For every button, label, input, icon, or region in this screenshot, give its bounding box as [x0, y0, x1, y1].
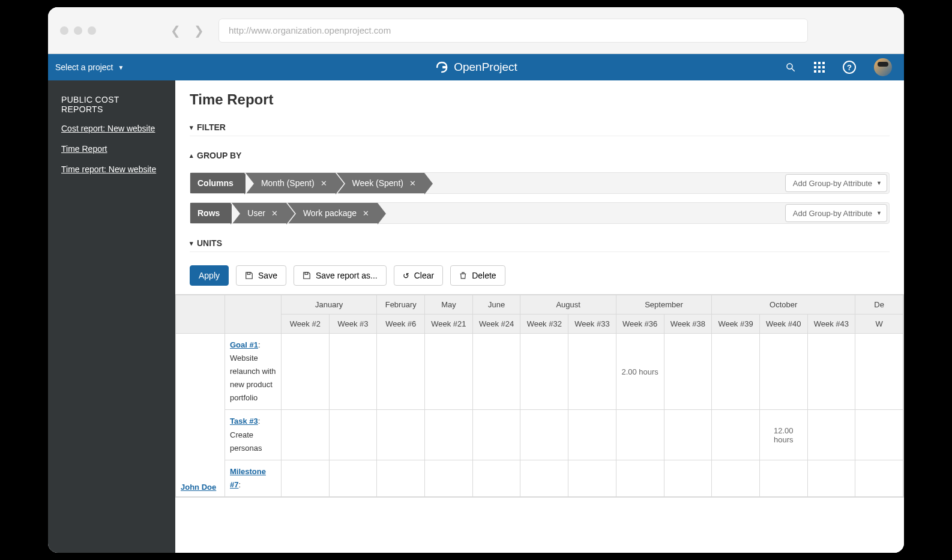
groupby-section-label: GROUP BY — [197, 151, 241, 160]
week-header: W — [855, 315, 903, 334]
delete-button[interactable]: Delete — [450, 265, 505, 286]
value-cell — [664, 334, 712, 410]
week-header: Week #21 — [425, 315, 473, 334]
work-package-link[interactable]: Milestone #7 — [230, 467, 266, 489]
value-cell — [664, 460, 712, 496]
undo-icon: ↺ — [403, 271, 409, 280]
window-close-icon[interactable] — [60, 26, 68, 35]
report-table: JanuaryFebruaryMayJuneAugustSeptemberOct… — [175, 294, 904, 498]
sidebar-item-time-report[interactable]: Time Report — [61, 144, 162, 154]
value-cell — [425, 410, 473, 460]
apply-button[interactable]: Apply — [190, 265, 229, 286]
value-cell — [520, 410, 568, 460]
user-avatar[interactable] — [874, 58, 892, 76]
value-cell — [712, 410, 760, 460]
forward-button[interactable]: ❯ — [190, 21, 208, 40]
column-chip-month-spent[interactable]: Month (Spent) ✕ — [246, 173, 336, 193]
chip-label: User — [247, 208, 265, 218]
url-bar[interactable]: http://www.organization.openproject.com — [218, 19, 808, 43]
value-cell — [807, 460, 855, 496]
groupby-columns-row: Columns Month (Spent) ✕ Week (Spent) ✕ A… — [190, 172, 890, 194]
week-header: Week #6 — [377, 315, 425, 334]
window-maximize-icon[interactable] — [88, 26, 96, 35]
svg-rect-3 — [818, 62, 821, 64]
save-button[interactable]: Save — [236, 265, 286, 286]
month-header: De — [855, 295, 903, 315]
value-cell — [472, 410, 520, 460]
main-content: Time Report ▾ FILTER ▴ GROUP BY Colum — [175, 80, 904, 553]
value-cell — [759, 460, 807, 496]
value-cell — [377, 334, 425, 410]
add-attr-label: Add Group-by Attribute — [793, 209, 872, 218]
units-section-toggle[interactable]: ▾ UNITS — [190, 235, 890, 252]
week-header: Week #24 — [472, 315, 520, 334]
groupby-section-toggle[interactable]: ▴ GROUP BY — [190, 147, 890, 164]
project-selector-label: Select a project — [55, 62, 113, 72]
value-cell — [664, 410, 712, 460]
value-cell — [329, 334, 377, 410]
back-button[interactable]: ❮ — [167, 21, 184, 40]
close-icon[interactable]: ✕ — [363, 209, 369, 218]
filter-section-toggle[interactable]: ▾ FILTER — [190, 119, 890, 136]
work-package-link[interactable]: Goal #1 — [230, 340, 258, 349]
help-icon[interactable]: ? — [843, 61, 856, 74]
chevron-down-icon: ▼ — [118, 64, 124, 71]
value-cell: 12.00 hours — [759, 410, 807, 460]
chip-label: Work package — [303, 208, 357, 218]
rows-label: Rows — [190, 203, 230, 223]
week-header: Week #3 — [329, 315, 377, 334]
window-minimize-icon[interactable] — [74, 26, 82, 35]
project-selector[interactable]: Select a project ▼ — [55, 62, 124, 72]
table-row: Milestone #7: — [176, 460, 903, 496]
value-cell — [616, 410, 664, 460]
add-column-attribute-select[interactable]: Add Group-by Attribute — [785, 174, 887, 192]
column-chip-week-spent[interactable]: Week (Spent) ✕ — [337, 173, 424, 193]
value-cell — [377, 460, 425, 496]
work-package-link[interactable]: Task #3 — [230, 417, 258, 426]
close-icon[interactable]: ✕ — [271, 209, 278, 218]
month-header: October — [712, 295, 855, 315]
row-chip-user[interactable]: User ✕ — [232, 203, 286, 223]
value-cell — [520, 334, 568, 410]
value-cell — [807, 410, 855, 460]
sidebar-heading: PUBLIC COST REPORTS — [61, 95, 162, 114]
value-cell — [616, 460, 664, 496]
add-row-attribute-select[interactable]: Add Group-by Attribute — [785, 204, 887, 222]
sidebar-item-time-report-new-website[interactable]: Time report: New website — [61, 164, 162, 174]
url-text: http://www.organization.openproject.com — [229, 25, 391, 35]
week-header: Week #32 — [520, 315, 568, 334]
svg-rect-6 — [818, 66, 821, 68]
week-header: Week #38 — [664, 315, 712, 334]
chip-label: Week (Spent) — [352, 178, 403, 188]
month-header: January — [282, 295, 377, 315]
save-as-button[interactable]: Save report as... — [294, 265, 387, 286]
value-cell — [855, 334, 903, 410]
value-cell — [377, 410, 425, 460]
value-cell — [282, 334, 330, 410]
value-cell — [807, 334, 855, 410]
close-icon[interactable]: ✕ — [409, 179, 416, 188]
chip-label: Month (Spent) — [261, 178, 315, 188]
month-header: June — [472, 295, 520, 315]
svg-rect-12 — [305, 272, 308, 275]
search-icon[interactable] — [785, 62, 796, 73]
sidebar-item-cost-report-new-website[interactable]: Cost report: New website — [61, 124, 162, 133]
table-row: John DoeGoal #1: Website relaunch with n… — [176, 334, 903, 410]
week-header: Week #2 — [282, 315, 330, 334]
week-header: Week #39 — [712, 315, 760, 334]
value-cell — [425, 460, 473, 496]
week-header: Week #36 — [616, 315, 664, 334]
apps-grid-icon[interactable] — [814, 62, 825, 73]
svg-rect-7 — [822, 66, 825, 68]
close-icon[interactable]: ✕ — [321, 179, 327, 188]
svg-rect-11 — [247, 272, 250, 275]
user-link[interactable]: John Doe — [181, 483, 216, 492]
svg-line-1 — [792, 68, 795, 71]
row-chip-work-package[interactable]: Work package ✕ — [288, 203, 378, 223]
sidebar: PUBLIC COST REPORTS Cost report: New web… — [48, 80, 175, 553]
week-header: Week #33 — [568, 315, 616, 334]
clear-button[interactable]: ↺ Clear — [394, 265, 443, 286]
value-cell — [568, 334, 616, 410]
brand-logo-icon — [435, 60, 449, 74]
page-title: Time Report — [190, 91, 890, 108]
